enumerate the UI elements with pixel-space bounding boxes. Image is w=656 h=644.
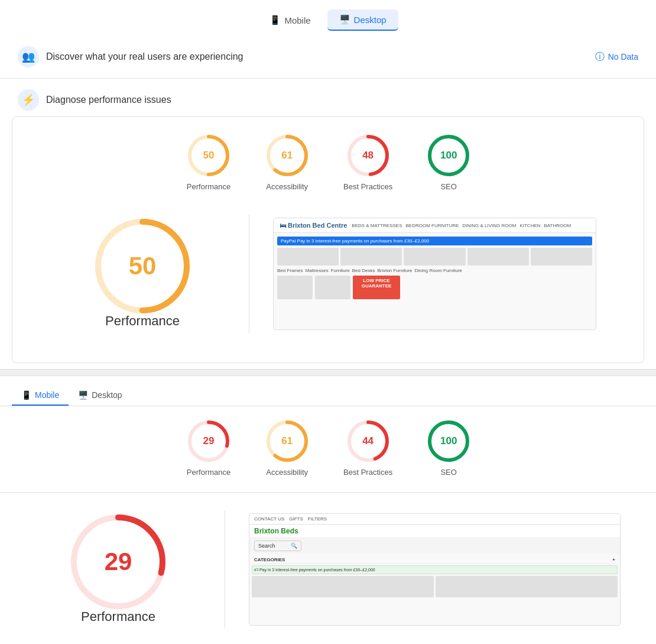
score-label: Performance <box>187 182 230 191</box>
mock-bottom: LOW PRICE GUARANTEE <box>277 276 592 299</box>
desktop-large-label: Performance <box>105 313 180 329</box>
score-label: Accessibility <box>266 182 308 191</box>
score-item: 100SEO <box>428 135 469 191</box>
score-label: Performance <box>187 468 230 477</box>
mobile-mock-categories: CATEGORIES+ <box>252 556 618 564</box>
mock-promo: LOW PRICE GUARANTEE <box>353 276 400 299</box>
section-divider <box>0 369 656 376</box>
score-item: 44Best Practices <box>343 420 392 477</box>
diagnose-title: Diagnose performance issues <box>46 95 171 105</box>
mock-logo: 🛏 Brixton Bed Centre <box>280 222 347 229</box>
mobile-large-score-section: 29 Performance CONTACT USGIFTSFILTERS Br… <box>0 493 656 644</box>
score-item: 61Accessibility <box>266 135 308 191</box>
mobile-large-label: Performance <box>81 609 155 624</box>
top-device-tabs: 📱 Mobile 🖥️ Desktop <box>0 0 656 35</box>
mobile-tab-top[interactable]: 📱 Mobile <box>258 10 322 30</box>
desktop-large-left: 50 Performance <box>60 219 225 329</box>
mobile-tab-bottom[interactable]: 📱 Mobile <box>12 386 69 406</box>
mobile-tab-icon: 📱 <box>21 390 31 400</box>
discover-section: 👥 Discover what your real users are expe… <box>0 35 656 79</box>
mobile-mock-header: CONTACT USGIFTSFILTERS <box>249 514 620 525</box>
desktop-tab-icon-bottom: 🖥️ <box>78 390 88 400</box>
score-item: 100SEO <box>428 420 469 477</box>
mobile-tab-label: Mobile <box>284 15 310 25</box>
desktop-tab-bottom-label: Desktop <box>92 390 122 400</box>
mobile-large-left: 29 Performance <box>35 514 201 624</box>
mock-grid <box>277 248 592 266</box>
mobile-scores-row: 29Performance61Accessibility44Best Pract… <box>12 420 644 477</box>
mobile-mock-grid <box>252 576 618 597</box>
discover-icon: 👥 <box>18 46 39 67</box>
score-label: SEO <box>440 468 456 477</box>
no-data-label: No Data <box>608 52 638 62</box>
score-item: 61Accessibility <box>266 420 308 477</box>
mobile-mock-search: Search🔍 <box>254 541 301 551</box>
mobile-scores-panel: 29Performance61Accessibility44Best Pract… <box>0 406 656 493</box>
mobile-mock-content: CATEGORIES+ 🏷 Pay in 3 interest-free pay… <box>249 554 620 625</box>
mobile-divider-vertical <box>225 510 225 629</box>
desktop-tab-top[interactable]: 🖥️ Desktop <box>327 9 398 31</box>
mobile-mock-logo: Brixton Beds <box>254 527 615 535</box>
diagnose-icon: ⚡ <box>18 89 39 111</box>
desktop-tab-label: Desktop <box>354 15 387 25</box>
desktop-scores-panel: 50Performance61Accessibility48Best Pract… <box>12 116 644 363</box>
desktop-large-score-section: 50 Performance 🛏 Brixton Bed Centre BEDS… <box>24 197 632 351</box>
mobile-device-tabs: 📱 Mobile 🖥️ Desktop <box>0 382 656 406</box>
mobile-icon: 📱 <box>269 15 281 25</box>
discover-text: Discover what your real users are experi… <box>46 51 243 62</box>
score-item: 50Performance <box>187 135 230 191</box>
info-icon: ⓘ <box>595 51 605 63</box>
score-item: 48Best Practices <box>343 135 392 191</box>
mock-nav: BEDS & MATTRESSES BEDROOM FURNITURE DINI… <box>352 223 571 228</box>
desktop-icon: 🖥️ <box>339 14 350 25</box>
divider-vertical <box>249 215 249 333</box>
score-label: Accessibility <box>266 468 308 477</box>
score-item: 29Performance <box>187 420 230 477</box>
mock-banner: PayPal Pay in 3 interest-free payments o… <box>277 237 592 245</box>
desktop-tab-bottom[interactable]: 🖥️ Desktop <box>69 386 131 406</box>
desktop-screenshot: 🛏 Brixton Bed Centre BEDS & MATTRESSES B… <box>273 218 596 330</box>
mobile-tab-bottom-label: Mobile <box>35 390 59 400</box>
diagnose-section: ⚡ Diagnose performance issues <box>0 79 656 116</box>
desktop-scores-row: 50Performance61Accessibility48Best Pract… <box>24 135 632 191</box>
mobile-mock-banner: 🏷 Pay in 3 interest-free payments on pur… <box>252 565 618 574</box>
no-data-section[interactable]: ⓘ No Data <box>595 51 638 63</box>
score-label: SEO <box>440 182 456 191</box>
score-label: Best Practices <box>343 468 392 477</box>
mock-content: PayPal Pay in 3 interest-free payments o… <box>274 233 596 329</box>
mobile-screenshot: CONTACT USGIFTSFILTERS Brixton Beds Sear… <box>249 513 621 626</box>
score-label: Best Practices <box>343 182 392 191</box>
discover-left: 👥 Discover what your real users are expe… <box>18 46 243 67</box>
mock-categories: Bed FramesMattressesFurnitureBed DesksBr… <box>277 268 592 273</box>
